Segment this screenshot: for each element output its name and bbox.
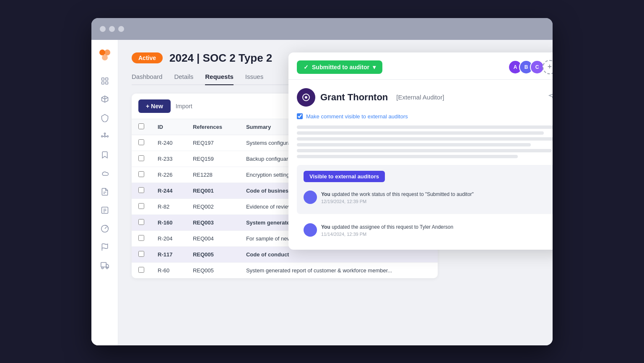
avatar-group: A B C + bbox=[508, 60, 553, 74]
page-title: 2024 | SOC 2 Type 2 bbox=[169, 52, 272, 65]
row-summary: System generated report of customer & wo… bbox=[239, 262, 438, 278]
sidebar-truck-icon[interactable] bbox=[97, 258, 112, 273]
row-ref: RE1228 bbox=[186, 167, 239, 183]
select-all-checkbox[interactable] bbox=[138, 123, 144, 129]
activity-section: Visible to external auditors You updated… bbox=[297, 165, 553, 214]
table-row[interactable]: R-60 REQ005 System generated report of c… bbox=[132, 262, 438, 278]
row-id: R-82 bbox=[151, 198, 186, 214]
sidebar-cube-icon[interactable] bbox=[97, 92, 112, 107]
tab-requests[interactable]: Requests bbox=[205, 73, 234, 85]
svg-rect-13 bbox=[101, 207, 108, 213]
sidebar-bookmark-icon[interactable] bbox=[97, 147, 112, 162]
content-area: Active 2024 | SOC 2 Type 2 Dashboard Det… bbox=[118, 40, 553, 345]
row-id: R-226 bbox=[151, 167, 186, 183]
sidebar-shield-icon[interactable] bbox=[97, 110, 112, 125]
new-button[interactable]: + New bbox=[138, 99, 171, 113]
svg-rect-19 bbox=[101, 262, 106, 267]
status-dropdown-button[interactable]: ✓ Submitted to auditor ▾ bbox=[297, 60, 382, 74]
row-id: R-60 bbox=[151, 262, 186, 278]
row-checkbox[interactable] bbox=[138, 139, 144, 145]
activity-text-1: You updated the work status of this requ… bbox=[321, 191, 474, 205]
auditor-name: Grant Thornton bbox=[320, 92, 388, 103]
text-line bbox=[297, 131, 544, 135]
svg-point-20 bbox=[101, 267, 103, 269]
row-checkbox[interactable] bbox=[138, 267, 144, 273]
auditor-logo bbox=[297, 88, 315, 107]
row-checkbox[interactable] bbox=[138, 187, 144, 193]
sidebar-flag-icon[interactable] bbox=[97, 240, 112, 255]
row-checkbox[interactable] bbox=[138, 155, 144, 161]
row-ref: REQ197 bbox=[186, 135, 239, 151]
row-checkbox[interactable] bbox=[138, 235, 144, 241]
col-id: ID bbox=[151, 119, 186, 135]
add-collaborator-button[interactable]: + bbox=[543, 60, 553, 74]
svg-point-2 bbox=[102, 55, 108, 60]
main-area: Active 2024 | SOC 2 Type 2 Dashboard Det… bbox=[91, 40, 553, 345]
visibility-checkbox-row: Make comment visible to external auditor… bbox=[297, 113, 553, 120]
import-button[interactable]: Import bbox=[176, 103, 192, 110]
row-ref: REQ159 bbox=[186, 151, 239, 167]
svg-point-7 bbox=[104, 136, 105, 137]
visibility-label: Make comment visible to external auditor… bbox=[306, 113, 408, 120]
row-checkbox[interactable] bbox=[138, 251, 144, 257]
sidebar-grid-icon[interactable] bbox=[97, 73, 112, 89]
tab-issues[interactable]: Issues bbox=[245, 73, 263, 85]
svg-rect-4 bbox=[105, 78, 108, 80]
logo bbox=[98, 48, 112, 63]
sidebar-cloud-icon[interactable] bbox=[97, 166, 112, 181]
row-id: R-244 bbox=[151, 183, 186, 198]
visibility-checkbox[interactable] bbox=[297, 113, 303, 119]
row-ref: REQ002 bbox=[186, 198, 239, 214]
svg-point-1 bbox=[104, 50, 110, 55]
auditor-header: Grant Thornton [External Auditor] bbox=[297, 88, 553, 107]
tab-dashboard[interactable]: Dashboard bbox=[132, 73, 162, 85]
sidebar-analytics-icon[interactable] bbox=[97, 221, 112, 236]
request-detail-panel: ✓ Submitted to auditor ▾ A B C + bbox=[288, 52, 553, 250]
status-label: Submitted to auditor bbox=[312, 64, 369, 71]
row-ref: REQ001 bbox=[186, 183, 239, 198]
send-icon[interactable] bbox=[548, 92, 553, 102]
row-ref: REQ004 bbox=[186, 230, 239, 246]
row-checkbox[interactable] bbox=[138, 203, 144, 209]
activity-user-1: You bbox=[321, 191, 330, 197]
svg-rect-5 bbox=[101, 81, 104, 84]
status-check-icon: ✓ bbox=[304, 64, 309, 71]
activity-action-2: updated the assignee of this request to … bbox=[332, 224, 453, 230]
svg-point-9 bbox=[107, 136, 108, 137]
svg-point-10 bbox=[104, 133, 105, 134]
avatar-3: C bbox=[530, 60, 544, 74]
traffic-dot-3 bbox=[118, 26, 124, 32]
activity-item-1: You updated the work status of this requ… bbox=[304, 187, 550, 209]
row-ref: REQ003 bbox=[186, 214, 239, 230]
row-ref: REQ005 bbox=[186, 246, 239, 262]
col-checkbox bbox=[132, 119, 151, 135]
activity-text-2: You updated the assignee of this request… bbox=[321, 223, 453, 238]
status-badge: Active bbox=[132, 52, 163, 63]
traffic-dot-1 bbox=[100, 26, 106, 32]
activity-time-2: 11/14/2024, 12:39 PM bbox=[321, 231, 453, 238]
text-line bbox=[297, 155, 518, 158]
activity-user-2: You bbox=[321, 224, 330, 230]
text-line bbox=[297, 125, 553, 129]
row-checkbox[interactable] bbox=[138, 171, 144, 177]
comment-text-preview bbox=[297, 125, 553, 158]
svg-point-0 bbox=[99, 50, 105, 55]
row-id: R-240 bbox=[151, 135, 186, 151]
activity-avatar-1 bbox=[304, 191, 317, 204]
row-checkbox[interactable] bbox=[138, 219, 144, 225]
activity-avatar-2 bbox=[304, 223, 317, 237]
activity-time-1: 12/19/2024, 12:39 PM bbox=[321, 198, 474, 205]
svg-point-23 bbox=[305, 96, 307, 99]
svg-point-8 bbox=[101, 136, 102, 137]
sidebar-network-icon[interactable] bbox=[97, 129, 112, 144]
sidebar-document-icon[interactable] bbox=[97, 203, 112, 218]
tab-details[interactable]: Details bbox=[174, 73, 193, 85]
row-id: R-204 bbox=[151, 230, 186, 246]
text-line bbox=[297, 143, 531, 146]
title-bar bbox=[91, 18, 553, 40]
screen-wrapper: Active 2024 | SOC 2 Type 2 Dashboard Det… bbox=[91, 18, 553, 345]
text-line bbox=[297, 149, 552, 152]
sidebar-report-icon[interactable] bbox=[97, 184, 112, 199]
row-id: R-117 bbox=[151, 246, 186, 262]
traffic-dot-2 bbox=[109, 26, 115, 32]
